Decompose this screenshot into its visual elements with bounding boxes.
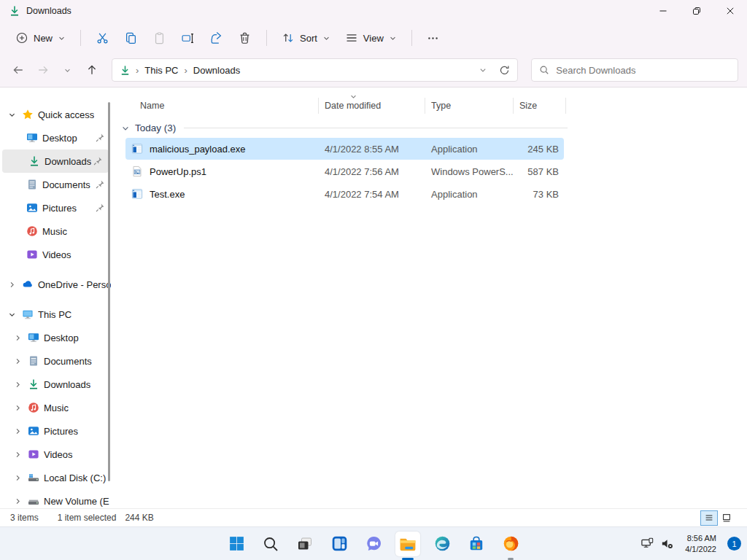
scissors-icon (96, 31, 109, 45)
new-button[interactable]: New (9, 26, 72, 50)
sort-button[interactable]: Sort (275, 26, 337, 50)
notification-badge[interactable]: 1 (727, 537, 741, 551)
group-rule (184, 128, 568, 128)
taskbar-widgets-button[interactable] (327, 532, 352, 556)
sidebar-section-quick-access[interactable]: Quick access (0, 103, 111, 126)
copy-button[interactable] (117, 26, 144, 50)
chevron-down-icon[interactable] (4, 311, 19, 319)
chevron-down-icon[interactable] (4, 111, 19, 119)
downloads-icon (9, 5, 20, 17)
drive-icon (28, 495, 39, 507)
sidebar-item-pictures[interactable]: Pictures (0, 419, 111, 443)
sidebar-item-desktop[interactable]: Desktop (0, 326, 111, 349)
sidebar-item-documents[interactable]: Documents (0, 349, 111, 373)
documents-icon (28, 355, 39, 367)
sidebar-item-label: Documents (42, 179, 90, 190)
sidebar-item-videos[interactable]: Videos (0, 243, 111, 266)
title-bar[interactable]: Downloads (0, 0, 747, 22)
close-button[interactable] (713, 0, 747, 22)
column-headers: NameDate modifiedTypeSize (125, 96, 566, 116)
volume-muted-icon[interactable] (660, 537, 674, 551)
chevron-down-icon (322, 34, 330, 42)
sidebar-item-music[interactable]: Music (0, 219, 111, 243)
delete-button[interactable] (231, 26, 258, 50)
file-row-test-exe[interactable]: Test.exe4/1/2022 7:54 AMApplication73 KB (125, 183, 564, 205)
taskbar-firefox-button[interactable] (498, 532, 523, 556)
chevron-right-icon[interactable] (10, 404, 25, 412)
sidebar-item-music[interactable]: Music (0, 396, 111, 419)
file-name-cell: Test.exe (125, 188, 319, 200)
address-bar[interactable]: ›This PC›Downloads (112, 58, 518, 82)
chevron-right-icon[interactable] (10, 497, 25, 505)
chevron-right-icon[interactable] (10, 357, 25, 365)
taskbar-edge-button[interactable] (430, 532, 454, 556)
refresh-icon[interactable] (499, 65, 510, 76)
copy-icon (124, 31, 138, 45)
address-dropdown-icon[interactable] (479, 66, 487, 74)
breadcrumb-separator: › (135, 65, 139, 76)
sidebar-item-desktop[interactable]: Desktop (0, 126, 111, 149)
sidebar-item-local-disk-c[interactable]: Local Disk (C:) (0, 466, 111, 489)
sidebar-section-onedrive-perso[interactable]: OneDrive - Perso (0, 273, 111, 296)
pin-icon (95, 133, 105, 143)
sidebar-item-videos[interactable]: Videos (0, 443, 111, 466)
pin-icon (95, 179, 105, 190)
search-input[interactable] (556, 65, 730, 76)
breadcrumb-item-downloads[interactable]: Downloads (190, 63, 244, 77)
chevron-right-icon[interactable] (10, 474, 25, 482)
cut-button[interactable] (89, 26, 116, 50)
column-header-label: Size (519, 101, 537, 111)
column-header-date-modified[interactable]: Date modified (319, 98, 425, 114)
sidebar-item-downloads[interactable]: Downloads (2, 149, 109, 173)
rename-button[interactable] (174, 26, 201, 50)
share-button[interactable] (203, 26, 230, 50)
column-header-size[interactable]: Size (514, 98, 566, 114)
details-view-button[interactable] (700, 510, 718, 526)
sidebar-item-label: Music (44, 402, 69, 413)
powershell-file-icon (131, 166, 143, 177)
sidebar-section-this-pc[interactable]: This PC (0, 303, 111, 326)
taskbar-task-view-button[interactable] (293, 532, 317, 556)
column-header-name[interactable]: Name (125, 98, 319, 114)
paste-button[interactable] (146, 26, 173, 50)
chevron-right-icon[interactable] (10, 381, 25, 389)
chevron-right-icon[interactable] (4, 281, 19, 289)
sidebar-item-downloads[interactable]: Downloads (0, 373, 111, 396)
sidebar-item-pictures[interactable]: Pictures (0, 196, 111, 219)
sidebar-item-new-volume-e[interactable]: New Volume (E (0, 489, 111, 508)
sidebar-scrollbar[interactable] (108, 102, 110, 481)
chevron-right-icon[interactable] (10, 427, 25, 435)
sort-arrows-icon (282, 31, 295, 44)
file-name-cell: malicious_payload.exe (125, 143, 319, 155)
pictures-icon (28, 425, 39, 437)
taskbar-store-button[interactable] (464, 532, 489, 556)
minimize-button[interactable] (646, 0, 680, 22)
network-icon[interactable] (640, 537, 654, 551)
recent-locations-button[interactable] (56, 59, 78, 81)
chevron-right-icon[interactable] (10, 334, 25, 342)
taskbar-search-button[interactable] (258, 532, 283, 556)
taskbar-start-button[interactable] (224, 532, 249, 556)
restore-button[interactable] (680, 0, 713, 22)
breadcrumb-item-this-pc[interactable]: This PC (141, 63, 182, 77)
taskbar-file-explorer-button[interactable] (395, 532, 420, 556)
clock[interactable]: 8:56 AM 4/1/2022 (682, 531, 719, 557)
computer-icon (22, 308, 34, 320)
group-header-today[interactable]: Today (3) (121, 122, 568, 133)
taskbar-chat-button[interactable] (361, 532, 386, 556)
chevron-down-icon (58, 34, 66, 42)
back-button[interactable] (7, 59, 29, 81)
more-button[interactable] (420, 27, 446, 50)
file-row-malicious-payload-exe[interactable]: malicious_payload.exe4/1/2022 8:55 AMApp… (125, 138, 564, 160)
plus-circle-icon (15, 31, 28, 44)
large-icons-view-button[interactable] (718, 510, 735, 526)
up-button[interactable] (81, 59, 103, 81)
chevron-right-icon[interactable] (10, 451, 25, 459)
column-header-label: Name (140, 101, 164, 111)
forward-button[interactable] (32, 59, 54, 81)
file-row-powerup-ps1[interactable]: PowerUp.ps14/1/2022 7:56 AMWindows Power… (125, 160, 564, 182)
file-name-cell: PowerUp.ps1 (125, 166, 319, 177)
column-header-type[interactable]: Type (425, 98, 514, 114)
sidebar-item-documents[interactable]: Documents (0, 173, 111, 196)
view-button[interactable]: View (338, 26, 403, 50)
